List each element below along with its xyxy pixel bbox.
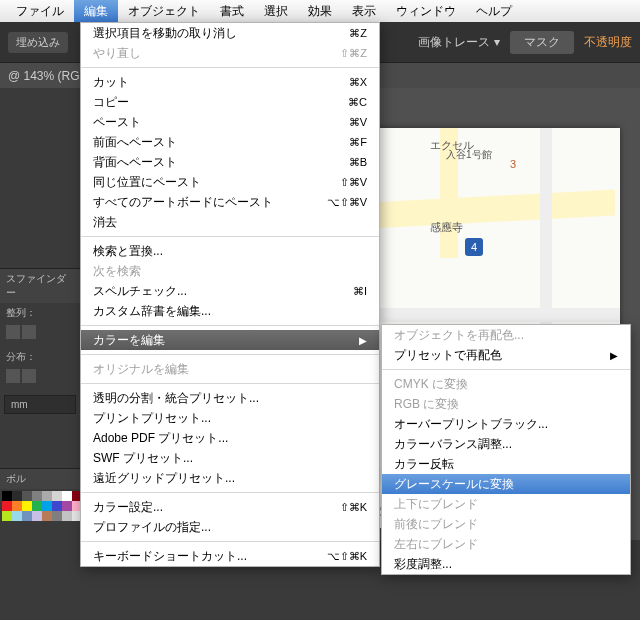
menu-item[interactable]: すべてのアートボードにペースト⌥⇧⌘V	[81, 192, 379, 212]
swatch[interactable]	[62, 511, 72, 521]
opacity-label: 不透明度	[584, 34, 632, 51]
dist-icon[interactable]	[22, 369, 36, 383]
menu-item[interactable]: 透明の分割・統合プリセット...	[81, 388, 379, 408]
menu-item: オブジェクトを再配色...	[382, 325, 630, 345]
menu-item[interactable]: プリセットで再配色▶	[382, 345, 630, 365]
swatch[interactable]	[22, 491, 32, 501]
swatch[interactable]	[32, 501, 42, 511]
menu-help[interactable]: ヘルプ	[466, 0, 522, 22]
menu-file[interactable]: ファイル	[6, 0, 74, 22]
swatch[interactable]	[42, 511, 52, 521]
swatch[interactable]	[62, 491, 72, 501]
distribute-label: 分布：	[0, 347, 80, 367]
swatch[interactable]	[2, 491, 12, 501]
swatches-grid	[0, 489, 80, 523]
menu-item[interactable]: キーボードショートカット...⌥⇧⌘K	[81, 546, 379, 566]
menu-item[interactable]: 前面へペースト⌘F	[81, 132, 379, 152]
menu-select[interactable]: 選択	[254, 0, 298, 22]
swatch[interactable]	[22, 511, 32, 521]
menu-item[interactable]: プロファイルの指定...	[81, 517, 379, 537]
submenu-arrow-icon: ▶	[359, 335, 367, 346]
menu-item: 前後にブレンド	[382, 514, 630, 534]
pathfinder-panel-title: スファインダー	[0, 268, 80, 303]
menu-item[interactable]: カラー反転	[382, 454, 630, 474]
menu-item[interactable]: 遠近グリッドプリセット...	[81, 468, 379, 488]
menu-item: 左右にブレンド	[382, 534, 630, 554]
menu-item[interactable]: カット⌘X	[81, 72, 379, 92]
menubar: ファイル 編集 オブジェクト 書式 選択 効果 表示 ウィンドウ ヘルプ	[0, 0, 640, 22]
image-trace-select[interactable]: 画像トレース ▾	[418, 34, 500, 51]
swatch[interactable]	[32, 511, 42, 521]
menu-item[interactable]: 同じ位置にペースト⇧⌘V	[81, 172, 379, 192]
menu-item[interactable]: グレースケールに変換	[382, 474, 630, 494]
mask-button[interactable]: マスク	[510, 31, 574, 54]
swatch[interactable]	[52, 511, 62, 521]
chevron-down-icon: ▾	[494, 35, 500, 49]
menu-item[interactable]: カラー設定...⇧⌘K	[81, 497, 379, 517]
menu-effect[interactable]: 効果	[298, 0, 342, 22]
menu-item: 上下にブレンド	[382, 494, 630, 514]
align-icon[interactable]	[6, 325, 20, 339]
submenu-arrow-icon: ▶	[610, 350, 618, 361]
menu-item: CMYK に変換	[382, 374, 630, 394]
menu-edit[interactable]: 編集	[74, 0, 118, 22]
menu-item[interactable]: 検索と置換...	[81, 241, 379, 261]
map-label: 入谷1号館	[446, 148, 492, 162]
swatch[interactable]	[12, 491, 22, 501]
menu-item: オリジナルを編集	[81, 359, 379, 379]
menu-item[interactable]: ペースト⌘V	[81, 112, 379, 132]
menu-item[interactable]: 彩度調整...	[382, 554, 630, 574]
dist-icon[interactable]	[6, 369, 20, 383]
menu-item[interactable]: 消去	[81, 212, 379, 232]
swatch[interactable]	[42, 501, 52, 511]
menu-item: 次を検索	[81, 261, 379, 281]
route-badge: 4	[465, 238, 483, 256]
menu-item[interactable]: 背面へペースト⌘B	[81, 152, 379, 172]
menu-object[interactable]: オブジェクト	[118, 0, 210, 22]
edit-menu-dropdown: 選択項目を移動の取り消し⌘Zやり直し⇧⌘Zカット⌘Xコピー⌘Cペースト⌘V前面へ…	[80, 22, 380, 567]
menu-item[interactable]: スペルチェック...⌘I	[81, 281, 379, 301]
edit-colors-submenu: オブジェクトを再配色...プリセットで再配色▶CMYK に変換RGB に変換オー…	[381, 324, 631, 575]
map-marker: 3	[510, 158, 516, 170]
swatch[interactable]	[32, 491, 42, 501]
menu-window[interactable]: ウィンドウ	[386, 0, 466, 22]
menu-item[interactable]: プリントプリセット...	[81, 408, 379, 428]
menu-item: RGB に変換	[382, 394, 630, 414]
align-label: 整列：	[0, 303, 80, 323]
menu-item[interactable]: 選択項目を移動の取り消し⌘Z	[81, 23, 379, 43]
swatch[interactable]	[12, 511, 22, 521]
menu-item[interactable]: カラーバランス調整...	[382, 434, 630, 454]
swatch[interactable]	[52, 491, 62, 501]
menu-item[interactable]: オーバープリントブラック...	[382, 414, 630, 434]
embed-button[interactable]: 埋め込み	[8, 32, 68, 53]
swatch[interactable]	[42, 491, 52, 501]
left-panels: スファインダー 整列： 分布： mm ボル	[0, 88, 80, 540]
swatch[interactable]	[12, 501, 22, 511]
menu-item: やり直し⇧⌘Z	[81, 43, 379, 63]
menu-item[interactable]: Adobe PDF プリセット...	[81, 428, 379, 448]
menu-view[interactable]: 表示	[342, 0, 386, 22]
menu-item[interactable]: カスタム辞書を編集...	[81, 301, 379, 321]
swatch[interactable]	[2, 511, 12, 521]
symbol-panel-title: ボル	[0, 468, 80, 489]
swatch[interactable]	[62, 501, 72, 511]
menu-item[interactable]: SWF プリセット...	[81, 448, 379, 468]
align-icon[interactable]	[22, 325, 36, 339]
swatch[interactable]	[52, 501, 62, 511]
menu-item[interactable]: コピー⌘C	[81, 92, 379, 112]
map-label: 感應寺	[430, 220, 463, 235]
menu-type[interactable]: 書式	[210, 0, 254, 22]
swatch[interactable]	[2, 501, 12, 511]
mm-field[interactable]: mm	[4, 395, 76, 414]
menu-item[interactable]: カラーを編集▶	[81, 330, 379, 350]
swatch[interactable]	[22, 501, 32, 511]
